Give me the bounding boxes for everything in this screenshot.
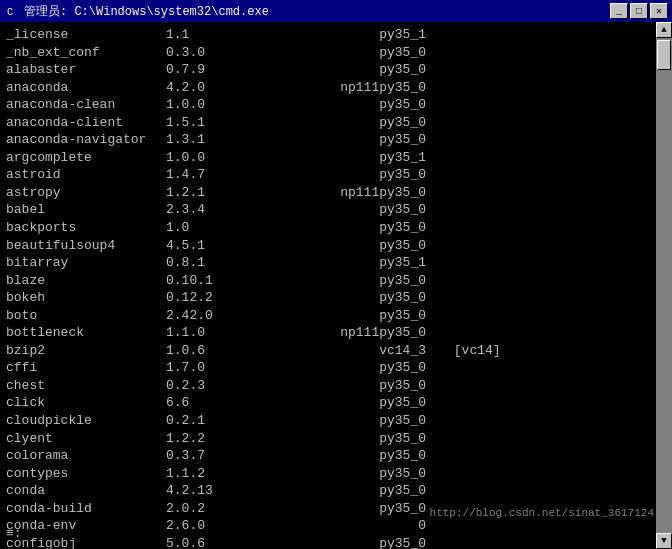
package-build: py35_0 xyxy=(266,61,446,79)
package-name: anaconda-clean xyxy=(6,96,166,114)
package-build: py35_0 xyxy=(266,447,446,465)
title-bar-left: C 管理员: C:\Windows\system32\cmd.exe xyxy=(4,3,269,20)
package-version: 1.5.1 xyxy=(166,114,266,132)
table-row: cloudpickle0.2.1py35_0 xyxy=(6,412,648,430)
package-build: py35_0 xyxy=(266,166,446,184)
scrollbar-thumb[interactable] xyxy=(657,40,671,70)
package-name: conda-build xyxy=(6,500,166,518)
package-build: py35_0 xyxy=(266,500,446,518)
package-name: conda-env xyxy=(6,517,166,535)
table-row: boto2.42.0py35_0 xyxy=(6,307,648,325)
package-build: py35_0 xyxy=(266,201,446,219)
scrollbar[interactable]: ▲ ▼ xyxy=(656,22,672,549)
package-build: 0 xyxy=(266,517,446,535)
package-build: py35_0 xyxy=(266,272,446,290)
package-build: np111py35_0 xyxy=(266,324,446,342)
package-name: cloudpickle xyxy=(6,412,166,430)
table-row: alabaster0.7.9py35_0 xyxy=(6,61,648,79)
package-build: py35_0 xyxy=(266,307,446,325)
package-version: 4.2.13 xyxy=(166,482,266,500)
table-row: bzip21.0.6vc14_3 [vc14] xyxy=(6,342,648,360)
table-row: clyent1.2.2py35_0 xyxy=(6,430,648,448)
package-version: 1.0.6 xyxy=(166,342,266,360)
package-name: chest xyxy=(6,377,166,395)
package-name: _license xyxy=(6,26,166,44)
package-version: 1.2.1 xyxy=(166,184,266,202)
table-row: bokeh0.12.2py35_0 xyxy=(6,289,648,307)
package-name: colorama xyxy=(6,447,166,465)
package-version: 0.3.7 xyxy=(166,447,266,465)
table-row: configobj5.0.6py35_0 xyxy=(6,535,648,549)
terminal-body: _license1.1py35_1_nb_ext_conf0.3.0py35_0… xyxy=(0,22,672,549)
package-build: vc14_3 xyxy=(266,342,446,360)
package-extra: [vc14] xyxy=(446,342,501,360)
scroll-up-button[interactable]: ▲ xyxy=(656,22,672,38)
package-version: 1.1.2 xyxy=(166,465,266,483)
table-row: argcomplete1.0.0py35_1 xyxy=(6,149,648,167)
package-version: 0.12.2 xyxy=(166,289,266,307)
package-name: boto xyxy=(6,307,166,325)
package-build: py35_0 xyxy=(266,465,446,483)
table-row: _license1.1py35_1 xyxy=(6,26,648,44)
package-version: 0.2.3 xyxy=(166,377,266,395)
package-build: py35_0 xyxy=(266,430,446,448)
package-version: 0.10.1 xyxy=(166,272,266,290)
package-build: py35_0 xyxy=(266,131,446,149)
package-build: np111py35_0 xyxy=(266,184,446,202)
package-name: astroid xyxy=(6,166,166,184)
package-version: 2.42.0 xyxy=(166,307,266,325)
table-row: beautifulsoup44.5.1py35_0 xyxy=(6,237,648,255)
package-version: 1.0.0 xyxy=(166,96,266,114)
package-version: 5.0.6 xyxy=(166,535,266,549)
package-name: beautifulsoup4 xyxy=(6,237,166,255)
table-row: conda-env2.6.00 xyxy=(6,517,648,535)
package-name: anaconda xyxy=(6,79,166,97)
package-name: conda xyxy=(6,482,166,500)
title-bar: C 管理员: C:\Windows\system32\cmd.exe _ □ ✕ xyxy=(0,0,672,22)
package-version: 1.0 xyxy=(166,219,266,237)
package-version: 4.2.0 xyxy=(166,79,266,97)
package-build: py35_0 xyxy=(266,359,446,377)
minimize-button[interactable]: _ xyxy=(610,3,628,19)
table-row: anaconda-clean1.0.0py35_0 xyxy=(6,96,648,114)
package-build: py35_1 xyxy=(266,149,446,167)
table-row: bottleneck1.1.0np111py35_0 xyxy=(6,324,648,342)
maximize-button[interactable]: □ xyxy=(630,3,648,19)
close-button[interactable]: ✕ xyxy=(650,3,668,19)
table-row: anaconda-navigator1.3.1py35_0 xyxy=(6,131,648,149)
package-build: py35_0 xyxy=(266,377,446,395)
package-name: bzip2 xyxy=(6,342,166,360)
prompt-line: ≡: xyxy=(6,526,22,541)
package-build: py35_0 xyxy=(266,44,446,62)
scrollbar-track[interactable] xyxy=(656,38,672,533)
package-name: anaconda-navigator xyxy=(6,131,166,149)
table-row: contypes1.1.2py35_0 xyxy=(6,465,648,483)
package-build: py35_0 xyxy=(266,114,446,132)
table-row: conda4.2.13py35_0 xyxy=(6,482,648,500)
package-name: alabaster xyxy=(6,61,166,79)
package-version: 1.4.7 xyxy=(166,166,266,184)
package-list: _license1.1py35_1_nb_ext_conf0.3.0py35_0… xyxy=(6,26,666,549)
table-row: astroid1.4.7py35_0 xyxy=(6,166,648,184)
title-bar-controls: _ □ ✕ xyxy=(610,3,668,19)
package-name: bokeh xyxy=(6,289,166,307)
package-name: click xyxy=(6,394,166,412)
package-name: blaze xyxy=(6,272,166,290)
package-version: 1.7.0 xyxy=(166,359,266,377)
package-version: 0.2.1 xyxy=(166,412,266,430)
package-version: 0.7.9 xyxy=(166,61,266,79)
package-build: py35_0 xyxy=(266,96,446,114)
watermark: http://blog.csdn.net/sinat_3617124 xyxy=(430,507,654,519)
svg-text:C: C xyxy=(7,7,13,18)
package-build: py35_1 xyxy=(266,254,446,272)
table-row: bitarray0.8.1py35_1 xyxy=(6,254,648,272)
package-build: py35_0 xyxy=(266,535,446,549)
package-name: bitarray xyxy=(6,254,166,272)
package-version: 1.2.2 xyxy=(166,430,266,448)
table-row: colorama0.3.7py35_0 xyxy=(6,447,648,465)
scroll-down-button[interactable]: ▼ xyxy=(656,533,672,549)
table-row: anaconda4.2.0np111py35_0 xyxy=(6,79,648,97)
table-row: cffi1.7.0py35_0 xyxy=(6,359,648,377)
package-name: cffi xyxy=(6,359,166,377)
package-version: 1.3.1 xyxy=(166,131,266,149)
